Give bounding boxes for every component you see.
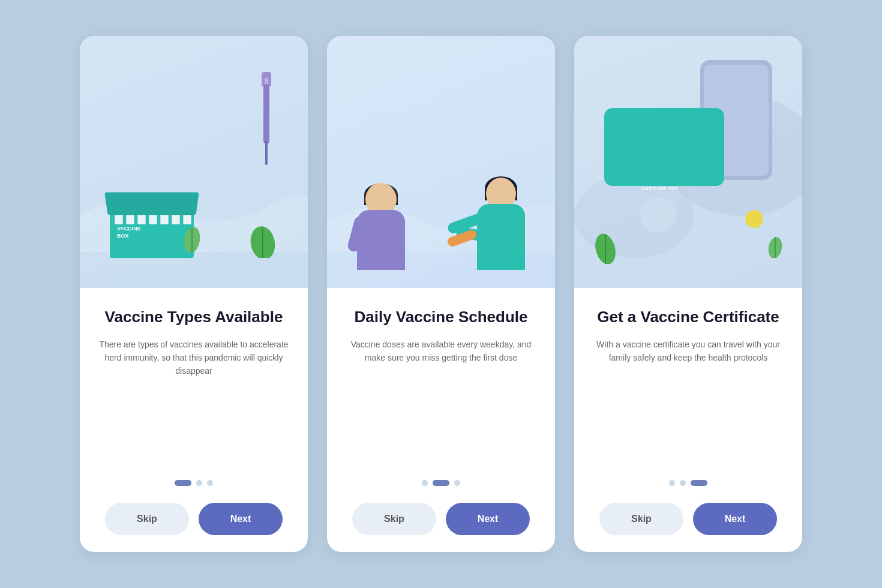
dot-1-3 [207, 480, 213, 486]
card-3: VACCINE 001 Get a Vaccine Certificate Wi… [574, 36, 802, 552]
dot-1-2 [196, 480, 202, 486]
card-2-description: Vaccine doses are available every weekda… [344, 338, 538, 365]
card-3-buttons: Skip Next [591, 503, 785, 535]
skip-button-3[interactable]: Skip [599, 503, 683, 535]
illustration-2 [327, 36, 555, 288]
card-2-buttons: Skip Next [344, 503, 538, 535]
syringe-illustration [261, 72, 272, 168]
illustration-3: VACCINE 001 [574, 36, 802, 288]
card-3-dots [669, 480, 707, 486]
card-3-description: With a vaccine certificate you can trave… [591, 338, 785, 365]
skip-button-2[interactable]: Skip [352, 503, 436, 535]
dot-1-1 [175, 480, 191, 486]
dot-3-1 [669, 480, 675, 486]
card-3-title: Get a Vaccine Certificate [597, 307, 779, 327]
card-1-description: There are types of vaccines available to… [97, 338, 291, 378]
dot-2-2 [433, 480, 449, 486]
lemon-decoration [745, 210, 763, 228]
dot-2-3 [454, 480, 460, 486]
illustration-1: VACCINEBOX [80, 36, 308, 288]
card-2-content: Daily Vaccine Schedule Vaccine doses are… [327, 288, 555, 552]
skip-button-1[interactable]: Skip [105, 503, 189, 535]
card-1-buttons: Skip Next [97, 503, 291, 535]
card-2-dots [422, 480, 460, 486]
next-button-1[interactable]: Next [199, 503, 283, 535]
card-2: Daily Vaccine Schedule Vaccine doses are… [327, 36, 555, 552]
card-1: VACCINEBOX Vaccine Types [80, 36, 308, 552]
card-3-content: Get a Vaccine Certificate With a vaccine… [574, 288, 802, 552]
dot-3-2 [680, 480, 686, 486]
cert-card-illustration: VACCINE 001 [604, 108, 724, 186]
dot-3-3 [691, 480, 707, 486]
next-button-2[interactable]: Next [446, 503, 530, 535]
card-1-title: Vaccine Types Available [105, 307, 283, 327]
vaccine-box-illustration: VACCINEBOX [110, 192, 194, 258]
card-1-content: Vaccine Types Available There are types … [80, 288, 308, 552]
dot-2-1 [422, 480, 428, 486]
card-1-dots [175, 480, 213, 486]
next-button-3[interactable]: Next [693, 503, 777, 535]
cards-container: VACCINEBOX Vaccine Types [80, 36, 802, 552]
card-2-title: Daily Vaccine Schedule [354, 307, 527, 327]
